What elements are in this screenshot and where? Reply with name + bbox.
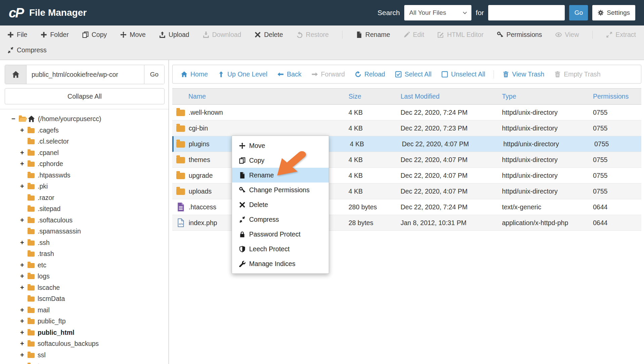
tree-expander[interactable]: +: [20, 272, 28, 280]
folder-icon: [176, 157, 185, 163]
context-menu-item-label: Move: [249, 142, 265, 150]
file-navbar: Home Up One Level Back Forward: [172, 65, 641, 84]
toolbar-button[interactable]: HTML Editor: [438, 31, 484, 39]
nav-link[interactable]: Home: [176, 70, 213, 78]
tree-item[interactable]: + softaculous_backups: [20, 338, 169, 350]
tree-item[interactable]: .cl.selector: [20, 136, 169, 147]
settings-button[interactable]: Settings: [592, 5, 635, 20]
tree-item[interactable]: + .cagefs: [20, 125, 169, 136]
tree-expander[interactable]: +: [20, 329, 28, 336]
context-menu-item-label: Password Protect: [249, 230, 301, 238]
nav-link[interactable]: View Trash: [494, 70, 549, 78]
tree-item[interactable]: + etc: [20, 260, 169, 271]
tree-item[interactable]: .razor: [20, 192, 169, 204]
permissions-cell: 0755: [593, 156, 641, 164]
tree-expander[interactable]: +: [20, 183, 28, 190]
column-header-type[interactable]: Type: [502, 93, 593, 100]
tree-expander[interactable]: +: [20, 317, 28, 325]
context-menu-item[interactable]: Change Permissions: [232, 183, 329, 197]
home-directory-button[interactable]: [5, 65, 27, 84]
context-menu-item[interactable]: Leech Protect: [232, 242, 329, 256]
tree-item-label: .htpasswds: [38, 171, 71, 179]
tree-expander[interactable]: +: [20, 216, 28, 224]
column-header-permissions[interactable]: Permissions: [593, 93, 641, 100]
toolbar-button[interactable]: Copy: [82, 31, 107, 39]
toolbar-button[interactable]: Compress: [7, 46, 47, 54]
nav-link[interactable]: Empty Trash: [549, 70, 605, 78]
table-row[interactable]: </> cgi-bin 4 KB Dec 22, 2020, 7:23 PM h…: [172, 120, 641, 136]
context-menu-item[interactable]: Manage Indices: [232, 256, 329, 271]
column-header-size[interactable]: Size: [349, 93, 401, 100]
tree-expander[interactable]: +: [20, 306, 28, 314]
toolbar-button[interactable]: File: [7, 31, 27, 39]
tree-item[interactable]: + .softaculous: [20, 215, 169, 226]
download-icon: [203, 32, 209, 38]
tree-item[interactable]: lscmData: [20, 293, 169, 305]
tree-expander[interactable]: +: [20, 126, 28, 134]
nav-link[interactable]: Select All: [390, 70, 436, 78]
nav-link[interactable]: Up One Level: [213, 70, 272, 78]
tree-expander[interactable]: +: [20, 362, 28, 364]
search-go-button[interactable]: Go: [569, 5, 588, 20]
tree-item[interactable]: .spamassassin: [20, 226, 169, 237]
context-menu-item[interactable]: Delete: [232, 197, 329, 212]
x-icon: [239, 202, 245, 208]
toolbar-button[interactable]: Extract: [592, 31, 636, 39]
tree-item[interactable]: .sitepad: [20, 203, 169, 215]
modified-cell: Jan 8, 2012, 10:31 PM: [401, 219, 502, 227]
settings-label: Settings: [607, 9, 630, 16]
nav-link[interactable]: Forward: [307, 70, 350, 78]
context-menu-item[interactable]: Password Protect: [232, 227, 329, 242]
column-header-modified[interactable]: Last Modified: [401, 93, 502, 100]
tree-item[interactable]: + .cphorde: [20, 158, 169, 170]
tree-item[interactable]: + ssl: [20, 350, 169, 361]
tree-item[interactable]: + .pki: [20, 181, 169, 192]
toolbar-button[interactable]: Delete: [255, 31, 283, 39]
nav-link[interactable]: Unselect All: [436, 70, 490, 78]
toolbar-row-1: File Folder Copy Move: [7, 27, 644, 42]
toolbar-button[interactable]: Edit: [404, 31, 424, 39]
nav-link[interactable]: Reload: [350, 70, 390, 78]
toolbar-button[interactable]: View: [555, 31, 579, 39]
tree-expander[interactable]: +: [20, 149, 28, 157]
tree-expander[interactable]: +: [20, 261, 28, 269]
toolbar-button-label: Move: [130, 31, 146, 39]
tree-item[interactable]: + lscache: [20, 282, 169, 294]
table-row[interactable]: </> .well-known 4 KB Dec 22, 2020, 7:24 …: [172, 105, 641, 120]
toolbar-button[interactable]: Permissions: [497, 31, 542, 39]
tree-item[interactable]: + tmp: [20, 361, 169, 364]
toolbar-button[interactable]: Upload: [159, 31, 189, 39]
tree-expander[interactable]: +: [20, 351, 28, 359]
toolbar-button[interactable]: Move: [120, 31, 146, 39]
toolbar-button[interactable]: Restore: [296, 31, 329, 39]
compress-icon: [7, 47, 14, 53]
tree-expander[interactable]: +: [20, 160, 28, 168]
search-input[interactable]: [488, 5, 565, 20]
tree-item[interactable]: + .ssh: [20, 237, 169, 249]
tree-item[interactable]: + public_ftp: [20, 316, 169, 327]
tree-item[interactable]: + logs: [20, 271, 169, 282]
tree-item[interactable]: .trash: [20, 248, 169, 260]
tree-item[interactable]: + .cpanel: [20, 147, 169, 159]
tree-item[interactable]: − (/home/yourcpusercc): [11, 113, 169, 125]
tree-expander[interactable]: +: [20, 340, 28, 348]
nav-link[interactable]: Back: [272, 70, 306, 78]
toolbar-button[interactable]: Folder: [41, 31, 68, 39]
tree-item[interactable]: + public_html: [20, 327, 169, 339]
tree-expander[interactable]: +: [20, 239, 28, 247]
path-go-button[interactable]: Go: [144, 65, 164, 84]
tree-expander[interactable]: −: [11, 115, 19, 123]
tree-item-label: softaculous_backups: [38, 340, 99, 348]
collapse-all-button[interactable]: Collapse All: [5, 88, 165, 104]
path-input[interactable]: [27, 65, 144, 84]
file-icon-box: </>: [176, 203, 186, 211]
toolbar-button[interactable]: Rename: [342, 31, 390, 39]
column-header-name[interactable]: Name: [172, 93, 349, 100]
tree-expander[interactable]: +: [20, 284, 28, 292]
tree-item-label: .softaculous: [38, 216, 73, 224]
tree-item[interactable]: + mail: [20, 305, 169, 316]
toolbar-button[interactable]: Download: [203, 31, 241, 39]
context-menu-item[interactable]: Compress: [232, 212, 329, 227]
search-scope-select[interactable]: All Your Files: [404, 5, 471, 20]
tree-item[interactable]: .htpasswds: [20, 170, 169, 181]
